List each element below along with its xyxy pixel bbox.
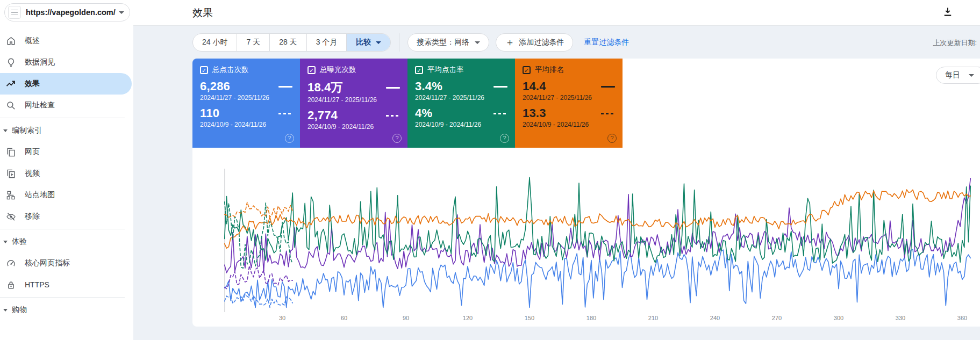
help-icon[interactable]: ? <box>500 134 509 143</box>
sidebar-item[interactable]: 效果 <box>0 73 132 95</box>
date-tab[interactable]: 7 天 <box>237 34 269 51</box>
previous-value: 110 <box>200 106 219 120</box>
sidebar-item[interactable]: 网址检查 <box>0 95 133 116</box>
date-tab[interactable]: 3 个月 <box>306 34 347 51</box>
metric-card[interactable]: ✓平均点击率3.4%2024/11/27 - 2025/11/264%2024/… <box>407 59 515 148</box>
lightbulb-icon <box>5 57 16 68</box>
x-axis-tick-label: 330 <box>896 315 905 321</box>
current-value: 6,286 <box>200 79 230 93</box>
topbar: 效果 <box>133 0 980 26</box>
search-type-label: 搜索类型：网络 <box>417 38 469 47</box>
current-date-range: 2024/11/27 - 2025/11/26 <box>523 94 615 102</box>
search-icon <box>5 100 16 111</box>
reset-filters-link[interactable]: 重置过滤条件 <box>584 38 629 47</box>
filter-bar: 24 小时7 天28 天3 个月比较 搜索类型：网络 ＋ 添加过滤条件 重置过滤… <box>192 33 980 52</box>
metric-cards: ✓总点击次数6,2862024/11/27 - 2025/11/26110202… <box>192 59 623 148</box>
section-label: 体验 <box>12 237 27 247</box>
metric-label: 总曝光次数 <box>320 65 356 75</box>
property-menu-icon <box>8 6 21 19</box>
chevron-down-icon <box>119 11 124 14</box>
metric-label: 平均点击率 <box>427 65 464 75</box>
sidebar-item[interactable]: 站点地图 <box>0 184 133 206</box>
sidebar-item[interactable]: 移除 <box>0 206 133 227</box>
x-axis-tick-label: 360 <box>957 315 967 321</box>
trending-icon <box>5 78 16 89</box>
previous-value-row: 4% <box>415 106 507 120</box>
checkbox-checked-icon[interactable]: ✓ <box>523 66 531 74</box>
metric-card[interactable]: ✓总曝光次数18.4万2024/11/27 - 2025/11/262,7742… <box>300 59 407 148</box>
sidebar-divider <box>0 297 125 298</box>
metric-card-header: ✓总曝光次数 <box>307 65 400 75</box>
search-type-button[interactable]: 搜索类型：网络 <box>407 33 489 52</box>
previous-value: 2,774 <box>307 108 338 122</box>
filter-separator <box>399 33 399 52</box>
sidebar-item[interactable]: 核心网页指标 <box>0 252 133 274</box>
metric-card-header: ✓平均点击率 <box>415 65 507 75</box>
metric-label: 平均排名 <box>535 65 564 75</box>
date-range-tabs: 24 小时7 天28 天3 个月比较 <box>192 33 391 52</box>
x-axis-tick-label: 180 <box>586 315 596 321</box>
compare-tab[interactable]: 比较 <box>346 34 390 51</box>
help-icon[interactable]: ? <box>285 134 294 143</box>
content: 24 小时7 天28 天3 个月比较 搜索类型：网络 ＋ 添加过滤条件 重置过滤… <box>192 33 980 327</box>
chevron-down-icon <box>969 74 974 77</box>
x-axis-tick-label: 60 <box>341 315 347 321</box>
section-label: 购物 <box>12 305 27 315</box>
performance-chart-panel: 306090120150180210240270300330360 ✓总点击次数… <box>192 59 980 327</box>
granularity-button[interactable]: 每日 <box>936 67 980 84</box>
help-icon[interactable]: ? <box>392 134 402 143</box>
previous-value-row: 110 <box>200 106 292 120</box>
sidebar-item-label: 移除 <box>25 212 40 221</box>
sidebar-item[interactable]: 视频 <box>0 163 133 184</box>
series-clicks-dashed <box>225 294 293 307</box>
sidebar-divider <box>0 118 125 118</box>
sidebar-section-3[interactable]: 购物 <box>0 299 133 321</box>
export-download-icon[interactable] <box>942 6 953 19</box>
sidebar-item[interactable]: 数据洞见 <box>0 52 133 73</box>
compare-label: 比较 <box>356 38 371 47</box>
solid-line-legend-icon <box>386 87 400 89</box>
sidebar-item-label: 视频 <box>25 169 40 178</box>
solid-line-legend-icon <box>278 86 292 88</box>
sidebar-item-label: 概述 <box>25 36 40 46</box>
add-filter-button[interactable]: ＋ 添加过滤条件 <box>496 33 573 52</box>
previous-date-range: 2024/10/9 - 2024/11/26 <box>523 121 615 128</box>
previous-value: 4% <box>415 106 432 120</box>
series-position-dashed <box>225 202 293 217</box>
current-value: 18.4万 <box>307 79 343 96</box>
property-selector[interactable]: https://vapegolden.com/ <box>4 3 130 21</box>
metric-card[interactable]: ✓平均排名14.42024/11/27 - 2025/11/2613.32024… <box>515 59 623 148</box>
metric-card-header: ✓总点击次数 <box>200 65 292 75</box>
metric-card-header: ✓平均排名 <box>523 65 615 75</box>
help-icon[interactable]: ? <box>607 134 617 143</box>
sidebar-section-1[interactable]: 编制索引 <box>0 120 133 141</box>
dashed-line-legend-icon <box>601 113 615 114</box>
sidebar-item[interactable]: 概述 <box>0 30 133 52</box>
metric-card[interactable]: ✓总点击次数6,2862024/11/27 - 2025/11/26110202… <box>192 59 300 148</box>
checkbox-checked-icon[interactable]: ✓ <box>200 66 208 74</box>
section-collapse-icon <box>3 129 8 132</box>
checkbox-checked-icon[interactable]: ✓ <box>415 66 423 74</box>
section-collapse-icon <box>3 241 8 243</box>
checkbox-checked-icon[interactable]: ✓ <box>307 66 316 74</box>
current-value: 3.4% <box>415 79 442 93</box>
current-value-row: 6,286 <box>200 79 292 93</box>
sidebar-item[interactable]: HTTPS <box>0 274 133 295</box>
date-tab[interactable]: 24 小时 <box>193 34 237 51</box>
date-tab[interactable]: 28 天 <box>269 34 306 51</box>
sidebar-item-label: HTTPS <box>25 280 49 289</box>
sidebar-divider <box>0 229 125 229</box>
solid-line-legend-icon <box>601 86 615 88</box>
section-label: 编制索引 <box>12 126 42 135</box>
dashed-line-legend-icon <box>493 113 507 114</box>
gauge-icon <box>5 258 16 269</box>
search-console-window: https://vapegolden.com/ 概述数据洞见效果网址检查编制索引… <box>0 0 980 340</box>
main-area: 效果 24 小时7 天28 天3 个月比较 搜索类型：网络 ＋ 添加过滤条件 重… <box>133 0 980 340</box>
previous-date-range: 2024/10/9 - 2024/11/26 <box>200 121 292 128</box>
sidebar-item-label: 网址检查 <box>25 100 55 110</box>
previous-value-row: 2,774 <box>307 108 400 122</box>
x-axis-tick-label: 300 <box>834 315 843 321</box>
sidebar-item[interactable]: 网页 <box>0 141 133 163</box>
sidebar-section-2[interactable]: 体验 <box>0 231 133 252</box>
last-update-label: 上次更新日期: <box>933 38 977 48</box>
